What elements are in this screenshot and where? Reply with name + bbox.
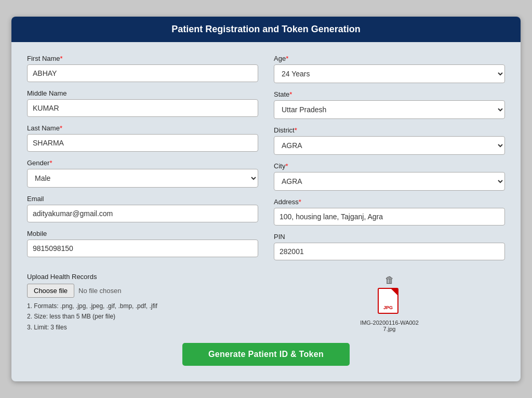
mobile-label: Mobile <box>27 230 258 237</box>
age-label: Age* <box>274 55 505 62</box>
city-label: City* <box>274 162 505 170</box>
required-star-district: * <box>295 126 297 134</box>
required-star: * <box>60 55 63 62</box>
age-group: Age* 24 Years 1 Years 25 Years <box>274 55 505 83</box>
required-star-age: * <box>286 55 288 62</box>
address-input[interactable] <box>274 208 505 225</box>
email-input[interactable] <box>27 205 258 222</box>
pin-label: PIN <box>274 233 505 241</box>
middle-name-label: Middle Name <box>27 89 258 97</box>
right-column: Age* 24 Years 1 Years 25 Years State* Ut… <box>274 55 505 268</box>
file-body: JPG <box>378 288 398 314</box>
upload-section: Upload Health Records Choose file No fil… <box>27 273 258 333</box>
middle-name-group: Middle Name <box>27 89 258 117</box>
gender-group: Gender* Male Female Other <box>27 159 258 188</box>
trash-icon[interactable]: 🗑 <box>385 275 394 286</box>
choose-file-button[interactable]: Choose file <box>27 284 74 298</box>
form-header: Patient Registration and Token Generatio… <box>11 17 521 42</box>
upload-info-3: 3. Limit: 3 files <box>27 322 258 333</box>
email-group: Email <box>27 195 258 222</box>
required-star-state: * <box>289 90 292 98</box>
required-star-address: * <box>299 198 301 206</box>
district-select[interactable]: AGRA LUCKNOW <box>274 136 505 155</box>
required-star-city: * <box>285 162 288 170</box>
file-name-text: IMG-20200116-WA0027.jpg <box>358 320 421 332</box>
upload-info-1: 1. Formats: .png, .jpg, .jpeg, .gif, .bm… <box>27 301 258 311</box>
pin-input[interactable] <box>274 243 505 260</box>
patient-registration-form: Patient Registration and Token Generatio… <box>11 17 521 381</box>
last-name-input[interactable] <box>27 134 258 152</box>
upload-label: Upload Health Records <box>27 273 258 281</box>
age-select[interactable]: 24 Years 1 Years 25 Years <box>274 64 505 83</box>
no-file-text: No file chosen <box>78 287 121 295</box>
first-name-label: First Name* <box>27 55 258 62</box>
form-title: Patient Registration and Token Generatio… <box>171 24 361 34</box>
state-select[interactable]: Uttar Pradesh Delhi Maharashtra <box>274 100 505 119</box>
city-group: City* AGRA LUCKNOW <box>274 162 505 191</box>
form-body: First Name* Middle Name Last Name* <box>11 42 521 381</box>
mobile-group: Mobile <box>27 230 258 257</box>
address-group: Address* <box>274 198 505 225</box>
file-preview-area: 🗑 JPG IMG-20200116-WA0027.jpg <box>274 270 505 333</box>
first-name-input[interactable] <box>27 64 258 82</box>
upload-row: Choose file No file chosen <box>27 284 258 298</box>
file-corner <box>391 289 397 295</box>
jpg-file-icon: JPG <box>378 288 401 316</box>
last-name-label: Last Name* <box>27 124 258 132</box>
gender-label: Gender* <box>27 159 258 167</box>
gender-select[interactable]: Male Female Other <box>27 169 258 188</box>
city-select[interactable]: AGRA LUCKNOW <box>274 172 505 191</box>
required-star-gender: * <box>49 159 52 167</box>
state-group: State* Uttar Pradesh Delhi Maharashtra <box>274 90 505 119</box>
file-type-label: JPG <box>383 305 393 310</box>
email-label: Email <box>27 195 258 203</box>
upload-info-2: 2. Size: less than 5 MB (per file) <box>27 311 258 322</box>
left-column: First Name* Middle Name Last Name* <box>27 55 258 268</box>
district-group: District* AGRA LUCKNOW <box>274 126 505 155</box>
first-name-group: First Name* <box>27 55 258 82</box>
required-star-last: * <box>60 124 62 132</box>
state-label: State* <box>274 90 505 98</box>
district-label: District* <box>274 126 505 134</box>
address-label: Address* <box>274 198 505 206</box>
generate-btn-wrapper: Generate Patient ID & Token <box>27 343 505 371</box>
generate-patient-id-button[interactable]: Generate Patient ID & Token <box>182 343 350 366</box>
upload-info: 1. Formats: .png, .jpg, .jpeg, .gif, .bm… <box>27 301 258 333</box>
pin-group: PIN <box>274 233 505 260</box>
bottom-section: Upload Health Records Choose file No fil… <box>27 270 505 333</box>
middle-name-input[interactable] <box>27 99 258 117</box>
last-name-group: Last Name* <box>27 124 258 152</box>
mobile-input[interactable] <box>27 240 258 257</box>
file-icon-wrapper: 🗑 JPG IMG-20200116-WA0027.jpg <box>358 275 421 332</box>
form-grid: First Name* Middle Name Last Name* <box>27 55 505 268</box>
